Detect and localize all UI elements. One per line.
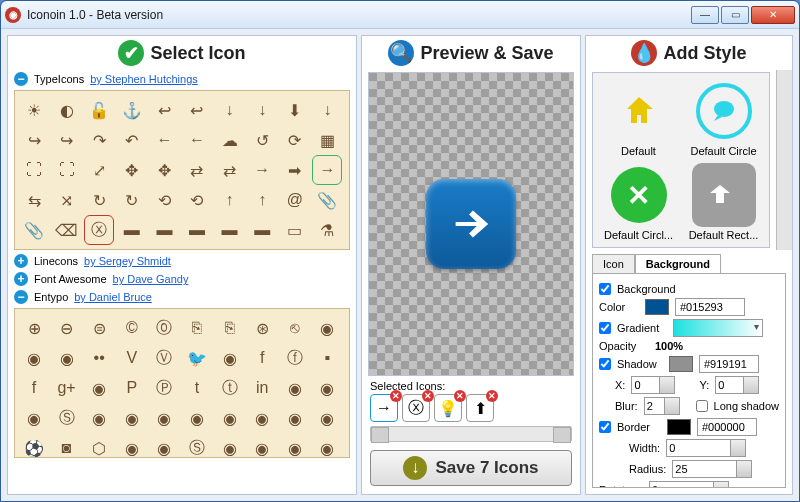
remove-icon[interactable]: ✕ — [390, 390, 402, 402]
selected-scrollbar[interactable] — [370, 426, 572, 442]
collapse-icon[interactable]: − — [14, 290, 28, 304]
copy-icon[interactable]: ⎘ — [182, 313, 212, 343]
maximize-icon[interactable]: ⛶ — [19, 155, 49, 185]
selected-icon-bulb[interactable]: 💡✕ — [434, 394, 462, 422]
share-icon[interactable]: ⎋ — [280, 313, 310, 343]
arrow-back-outline-icon[interactable]: ↩ — [182, 95, 212, 125]
map-icon[interactable]: ▦ — [312, 125, 342, 155]
dribbble-circle-icon[interactable]: ◉ — [19, 403, 49, 433]
plus-circle-icon[interactable]: ⊕ — [19, 313, 49, 343]
iconset-linecons[interactable]: + Linecons by Sergey Shmidt — [8, 252, 356, 270]
rdio-circle-icon[interactable]: ◉ — [215, 403, 245, 433]
undo-icon[interactable]: ↶ — [117, 125, 147, 155]
arrow-right-outline-icon[interactable]: → — [247, 155, 277, 185]
anchor-icon[interactable]: ⚓ — [117, 95, 147, 125]
linkedin-circle-icon[interactable]: ◉ — [280, 373, 310, 403]
loop-outline-icon[interactable]: ⟳ — [280, 125, 310, 155]
flickr-circle-icon[interactable]: •• — [84, 343, 114, 373]
copy-outline-icon[interactable]: ⎘ — [215, 313, 245, 343]
tab-icon[interactable]: Icon — [592, 254, 635, 273]
flickr-icon[interactable]: ◉ — [52, 343, 82, 373]
vimeo-circle-icon[interactable]: Ⓥ — [149, 343, 179, 373]
gradient-picker[interactable] — [673, 319, 763, 337]
iconset-entypo[interactable]: − Entypo by Daniel Bruce — [8, 288, 356, 306]
github-icon[interactable]: ◉ — [312, 313, 342, 343]
shadow-color-input[interactable] — [699, 355, 759, 373]
attachment-outline-icon[interactable]: 📎 — [19, 215, 49, 245]
move-outline-icon[interactable]: ✥ — [149, 155, 179, 185]
background-checkbox[interactable] — [599, 283, 611, 295]
arrow-right-thick-icon[interactable]: ➡ — [280, 155, 310, 185]
style-default-circle-fill[interactable]: ✕ Default Circl... — [599, 163, 678, 241]
beaker-icon[interactable]: ⚗ — [312, 215, 342, 245]
selected-icon-arrow[interactable]: →✕ — [370, 394, 398, 422]
pinterest-circle-icon[interactable]: Ⓟ — [149, 373, 179, 403]
minimize-button[interactable]: — — [691, 6, 719, 24]
equals-circle-icon[interactable]: ⊜ — [84, 313, 114, 343]
twitter-icon[interactable]: 🐦 — [182, 343, 212, 373]
style-default-circle[interactable]: Default Circle — [684, 79, 763, 157]
minimize-icon[interactable]: ⤢ — [84, 155, 114, 185]
twitter-circle-icon[interactable]: ◉ — [215, 343, 245, 373]
arrow-up-icon[interactable]: ↑ — [215, 185, 245, 215]
iconset-author-link[interactable]: by Stephen Hutchings — [90, 73, 198, 85]
color-input[interactable] — [675, 298, 745, 316]
rdio-icon[interactable]: ◉ — [182, 403, 212, 433]
arrow-down-icon[interactable]: ↓ — [215, 95, 245, 125]
battery-full-icon[interactable]: ▬ — [117, 215, 147, 245]
iconset-typeicons[interactable]: − TypeIcons by Stephen Hutchings — [8, 70, 356, 88]
instagram-icon[interactable]: ◙ — [52, 433, 82, 458]
skype-icon[interactable]: Ⓢ — [182, 433, 212, 458]
border-checkbox[interactable] — [599, 421, 611, 433]
arrow-down-outline-icon[interactable]: ↓ — [247, 95, 277, 125]
flattr-icon[interactable]: ◉ — [149, 433, 179, 458]
arrow-left-outline-icon[interactable]: ← — [182, 125, 212, 155]
repeat-outline-icon[interactable]: ⇄ — [215, 155, 245, 185]
arrow-down-thick-icon[interactable]: ⬇ — [280, 95, 310, 125]
redo-icon[interactable]: ↷ — [84, 125, 114, 155]
facebook-circle-icon[interactable]: ⓕ — [280, 343, 310, 373]
arrow-forward-icon[interactable]: ↪ — [52, 125, 82, 155]
arrow-forward-outline-icon[interactable]: ↪ — [19, 125, 49, 155]
tab-background[interactable]: Background — [635, 254, 721, 273]
blur-spinner[interactable]: 2 — [644, 397, 680, 415]
arrow-down-small-icon[interactable]: ↓ — [312, 95, 342, 125]
color-swatch[interactable] — [645, 299, 669, 315]
battery-mid-icon[interactable]: ▬ — [182, 215, 212, 245]
skype-circle-icon[interactable]: ◉ — [215, 433, 245, 458]
tumblr-icon[interactable]: t — [182, 373, 212, 403]
radius-spinner[interactable]: 25 — [672, 460, 752, 478]
renren-icon[interactable]: ◉ — [247, 433, 277, 458]
remix-icon[interactable]: ⊛ — [247, 313, 277, 343]
move-icon[interactable]: ✥ — [117, 155, 147, 185]
expand-icon[interactable]: + — [14, 272, 28, 286]
style-default-rect[interactable]: Default Rect... — [684, 163, 763, 241]
width-spinner[interactable]: 0 — [666, 439, 746, 457]
selected-icon-delete[interactable]: ⓧ✕ — [402, 394, 430, 422]
collapse-icon[interactable]: − — [14, 72, 28, 86]
arrow-up-outline-icon[interactable]: ↑ — [247, 185, 277, 215]
lastfm-icon[interactable]: ◉ — [117, 403, 147, 433]
arrow-back-icon[interactable]: ↩ — [149, 95, 179, 125]
at-icon[interactable]: @ — [280, 185, 310, 215]
facebook-sq-icon[interactable]: f — [19, 373, 49, 403]
github-circle-icon[interactable]: ◉ — [19, 343, 49, 373]
gradient-checkbox[interactable] — [599, 322, 611, 334]
close-button[interactable]: ✕ — [751, 6, 795, 24]
save-button[interactable]: ↓ Save 7 Icons — [370, 450, 572, 486]
loop-icon[interactable]: ↺ — [247, 125, 277, 155]
refresh-outline-icon[interactable]: ↻ — [84, 185, 114, 215]
stumbleupon-icon[interactable]: Ⓢ — [52, 403, 82, 433]
border-swatch[interactable] — [667, 419, 691, 435]
cloud-sync-icon[interactable]: ☁ — [215, 125, 245, 155]
soccer-icon[interactable]: ⚽ — [19, 433, 49, 458]
sync-outline-icon[interactable]: ⟲ — [182, 185, 212, 215]
remove-icon[interactable]: ✕ — [422, 390, 434, 402]
contrast-icon[interactable]: ◐ — [52, 95, 82, 125]
lock-open-icon[interactable]: 🔓 — [84, 95, 114, 125]
battery-empty-icon[interactable]: ▭ — [280, 215, 310, 245]
shadow-swatch[interactable] — [669, 356, 693, 372]
x-spinner[interactable]: 0 — [631, 376, 675, 394]
battery-high-icon[interactable]: ▬ — [149, 215, 179, 245]
sina-icon[interactable]: ◉ — [280, 433, 310, 458]
